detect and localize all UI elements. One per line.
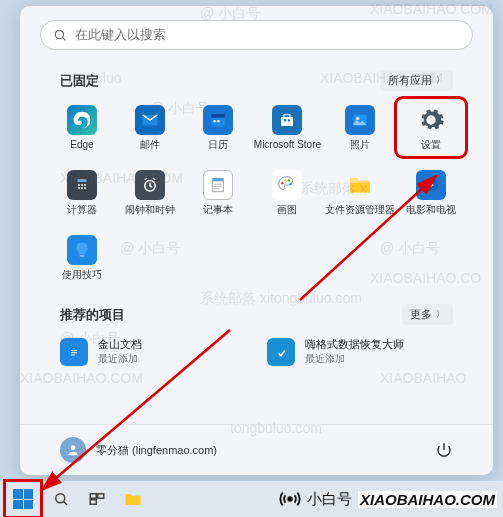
svg-point-25: [284, 179, 286, 181]
svg-rect-5: [217, 120, 219, 122]
user-account[interactable]: 零分猫 (lingfenmao.com): [60, 437, 217, 463]
calendar-icon: [203, 105, 233, 135]
recommended-item-recovery[interactable]: 嗨格式数据恢复大师 最近添加: [267, 337, 454, 366]
all-apps-label: 所有应用: [388, 73, 432, 88]
taskbar-search[interactable]: [48, 486, 74, 512]
photos-icon: [345, 105, 375, 135]
document-icon: [60, 338, 88, 366]
svg-rect-7: [288, 119, 290, 121]
app-edge[interactable]: Edge: [50, 101, 114, 154]
app-label: 电影和电视: [406, 204, 456, 215]
taskbar-taskview[interactable]: [84, 486, 110, 512]
svg-point-14: [84, 184, 86, 186]
svg-line-1: [63, 38, 66, 41]
recommended-item-wps[interactable]: 金山文档 最近添加: [60, 337, 247, 366]
app-settings[interactable]: 设置: [399, 101, 463, 154]
search-placeholder: 在此键入以搜索: [75, 26, 166, 44]
rec-subtitle: 最近添加: [98, 352, 142, 366]
svg-point-15: [78, 187, 80, 189]
app-label: 使用技巧: [62, 269, 102, 280]
app-calendar[interactable]: 日历: [186, 101, 250, 154]
rec-subtitle: 最近添加: [305, 352, 404, 366]
svg-rect-38: [90, 500, 96, 505]
start-button[interactable]: [8, 484, 38, 514]
svg-point-12: [78, 184, 80, 186]
svg-rect-37: [98, 494, 104, 499]
app-photos[interactable]: 照片: [325, 101, 395, 154]
more-button[interactable]: 更多 〉: [402, 304, 453, 325]
search-icon: [53, 28, 67, 42]
app-paint[interactable]: 画图: [254, 166, 321, 219]
svg-rect-20: [213, 178, 224, 181]
gear-icon: [416, 105, 446, 135]
svg-rect-29: [80, 255, 85, 257]
recommended-list: 金山文档 最近添加 嗨格式数据恢复大师 最近添加: [20, 333, 493, 370]
app-calculator[interactable]: 计算器: [50, 166, 114, 219]
svg-point-17: [84, 187, 86, 189]
power-icon[interactable]: [435, 441, 453, 459]
notepad-icon: [203, 170, 233, 200]
app-mail[interactable]: 邮件: [118, 101, 182, 154]
app-label: 画图: [277, 204, 297, 215]
svg-line-35: [64, 502, 67, 505]
app-label: 闹钟和时钟: [125, 204, 175, 215]
svg-point-9: [356, 117, 359, 120]
calculator-icon: [67, 170, 97, 200]
start-menu: 在此键入以搜索 已固定 所有应用 〉 Edge 邮件 日历: [20, 6, 493, 475]
app-label: 邮件: [140, 139, 160, 150]
app-label: 设置: [421, 139, 441, 150]
app-movies[interactable]: 电影和电视: [399, 166, 463, 219]
rec-title: 嗨格式数据恢复大师: [305, 337, 404, 352]
app-tips[interactable]: 使用技巧: [50, 231, 114, 284]
mail-icon: [135, 105, 165, 135]
svg-point-39: [288, 497, 292, 501]
app-label: 文件资源管理器: [325, 204, 395, 215]
svg-rect-36: [90, 494, 96, 499]
folder-icon: [345, 170, 375, 200]
svg-rect-3: [211, 114, 225, 118]
windows-logo-icon: [13, 489, 33, 509]
svg-point-27: [290, 183, 292, 185]
user-bar: 零分猫 (lingfenmao.com): [20, 424, 493, 475]
avatar-icon: [60, 437, 86, 463]
svg-point-34: [56, 494, 65, 503]
movies-icon: [416, 170, 446, 200]
svg-rect-11: [77, 179, 86, 182]
taskbar-explorer[interactable]: [120, 486, 146, 512]
search-bar[interactable]: 在此键入以搜索: [40, 20, 473, 50]
svg-point-26: [288, 179, 290, 181]
chevron-right-icon: 〉: [436, 74, 445, 87]
app-explorer[interactable]: 文件资源管理器: [325, 166, 395, 219]
app-store[interactable]: Microsoft Store: [254, 101, 321, 154]
recovery-icon: [267, 338, 295, 366]
svg-point-13: [81, 184, 83, 186]
more-label: 更多: [410, 307, 432, 322]
user-name: 零分猫 (lingfenmao.com): [96, 443, 217, 458]
branding-cn: 小白号: [307, 490, 352, 509]
app-label: 记事本: [203, 204, 233, 215]
paint-icon: [272, 170, 302, 200]
app-notepad[interactable]: 记事本: [186, 166, 250, 219]
rec-title: 金山文档: [98, 337, 142, 352]
svg-rect-6: [284, 119, 286, 121]
app-clock[interactable]: 闹钟和时钟: [118, 166, 182, 219]
pinned-apps-grid: Edge 邮件 日历 Microsoft Store 照片: [20, 99, 493, 286]
app-label: 计算器: [67, 204, 97, 215]
branding-en: XIAOBAIHAO.COM: [358, 491, 497, 508]
svg-point-31: [71, 445, 76, 450]
store-icon: [272, 105, 302, 135]
clock-icon: [135, 170, 165, 200]
branding-overlay: 小白号 XIAOBAIHAO.COM: [279, 485, 497, 513]
app-label: Edge: [70, 139, 93, 150]
svg-point-24: [282, 182, 284, 184]
all-apps-button[interactable]: 所有应用 〉: [380, 70, 453, 91]
svg-rect-4: [213, 120, 215, 122]
recommended-title: 推荐的项目: [60, 306, 125, 324]
app-label: 照片: [350, 139, 370, 150]
app-label: Microsoft Store: [254, 139, 321, 150]
edge-icon: [67, 105, 97, 135]
app-label: 日历: [208, 139, 228, 150]
broadcast-icon: [279, 488, 301, 510]
chevron-right-icon: 〉: [436, 308, 445, 321]
pinned-title: 已固定: [60, 72, 99, 90]
